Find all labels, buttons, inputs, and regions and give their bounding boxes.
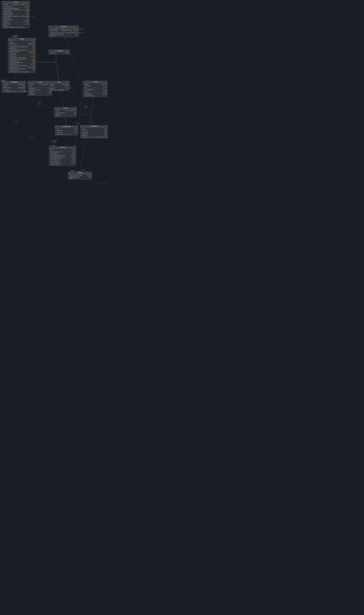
- definer-title: ⊙ Definer: [48, 26, 79, 28]
- label-create4: <create>: [29, 137, 34, 138]
- class-exprfactor: ⊙ ExprFactor + expr Expr + exponent int …: [55, 125, 78, 136]
- svg-line-3: [7, 77, 8, 81]
- class-poly: ⊙ Poly + monoMap HashMap<Mono, BigIntege…: [2, 1, 30, 28]
- funcfactor-title: ⊙ FuncFactor: [80, 125, 108, 127]
- poly-method-negate: + negate() Poly: [2, 22, 30, 23]
- exp-fields: + exponent BigInteger + factor Factor: [48, 84, 70, 87]
- parser-title-text: Parser: [61, 147, 65, 148]
- factor-methods: + toPoly() Poly: [49, 52, 69, 54]
- poly-method-hashCode: + hashCode() int: [2, 17, 30, 19]
- label-create5: <create>: [51, 145, 55, 146]
- funcfactor-title-text: FuncFactor: [91, 126, 99, 127]
- expr-inner-title-text: Expr: [65, 108, 68, 109]
- class-parser: ⊙ Parser + lexer Lexer + parseExprFactor…: [49, 146, 76, 166]
- watermark: CSDN @22311500 鑾: [98, 182, 108, 184]
- svg-line-29: [14, 77, 16, 81]
- label-terms: terms: [38, 102, 41, 104]
- label-create1: <create>: [1, 80, 5, 81]
- poly-fields: + monoMap HashMap<Mono, BigInteger>: [2, 3, 30, 6]
- label-create2: <create>: [1, 81, 5, 82]
- diagram-container: Poly monoMap <create> <create> terms lex…: [0, 0, 109, 184]
- main-methods: + preProcess(String) String + main(Strin…: [68, 174, 92, 180]
- factor-title: ① ▶ Factor: [49, 50, 69, 52]
- class-lexer: ⊙ Lexer + input String + curToken String…: [83, 81, 107, 97]
- parser-methods: + parseExprFactor() Factor + parseExpr()…: [49, 151, 76, 166]
- funcfactor-fields: + expr Expr + function String: [80, 127, 108, 131]
- exp-title: ⊙ Exp: [48, 81, 70, 84]
- exprfactor-methods: + toPoly() Poly + ExprFactor(Expr, int): [55, 132, 78, 135]
- poly-icon: ⊙: [13, 1, 14, 3]
- poly-method-getMonoMap: + getMonoMap() HashMap<Mono, BigInteger>: [2, 9, 30, 11]
- factor-title-text: Factor: [58, 50, 63, 52]
- svg-line-18: [65, 118, 66, 125]
- poly-method-setMonoMap: + setMonoMap(HashMap<Mono, BigInteger>) …: [2, 15, 30, 17]
- poly-method-constructor2: + Poly(HashMap<Mono, BigInteger>): [2, 27, 30, 28]
- mono-title-text: Mono: [21, 38, 24, 40]
- exprfactor-title: ⊙ ExprFactor: [55, 126, 78, 128]
- mono-field-poly: + poly Poly: [8, 41, 36, 42]
- expr-inner-title: ⊙ Expr: [54, 107, 77, 110]
- poly-method-addPoly: + addPoly(Poly) Poly: [2, 14, 30, 15]
- factor-method-toPoly: + toPoly() Poly: [49, 53, 69, 54]
- svg-text:Poly: Poly: [17, 35, 19, 37]
- exprfactor-fields: + expr Expr + exponent int: [55, 128, 78, 132]
- expr-inner-methods: + addTerm(Term) void + toPoly() Poly + E…: [54, 112, 77, 117]
- poly-methods: + equals(Object) boolean + expMulPoly(Bi…: [2, 6, 30, 28]
- term-title-text: Term: [39, 82, 42, 83]
- lexer-title-text: Lexer: [94, 81, 98, 83]
- label-create-ef: <create>: [52, 140, 56, 141]
- svg-text:<create>: <create>: [81, 170, 85, 171]
- mono-fields: + poly Poly + exponent BigInteger + coef…: [8, 40, 36, 46]
- definer-title-text: Definer: [61, 26, 67, 28]
- svg-text:terms: terms: [37, 105, 40, 106]
- lexer-methods: + getVariable() String + next() void + p…: [83, 88, 107, 97]
- mono-field-exponent: + exponent BigInteger: [8, 42, 36, 44]
- parser-title: ⊙ Parser: [49, 146, 76, 149]
- label-1-1: 1..1: [75, 122, 78, 123]
- class-factor: ① ▶ Factor + toPoly() Poly: [49, 50, 69, 55]
- poly-title-text: Poly: [15, 1, 18, 3]
- definer-method-constructor: + Definer(): [48, 35, 79, 37]
- label-create-ef2: <create>: [52, 142, 56, 143]
- main-title: ⊙ Main: [68, 172, 92, 174]
- class-exp: ⊙ Exp + exponent BigInteger + factor Fac…: [48, 81, 70, 91]
- parser-fields: + lexer Lexer: [49, 149, 76, 151]
- mono-methods: + coeEqNegOne(StringBuilder) void + getP…: [8, 46, 36, 73]
- label-create3: <create>: [14, 121, 18, 122]
- variable-title-text: Variable: [11, 82, 17, 83]
- label-monoMap: monoMap: [11, 36, 15, 37]
- poly-method-equals: + equals(Object) boolean: [2, 6, 30, 8]
- mono-title: ⊙ Mono: [8, 38, 36, 40]
- definer-fields: + parameterMap HashMap<String, ArrayList…: [48, 28, 79, 32]
- definer-field-functionMap: + functionMap HashMap<String, String>: [48, 30, 79, 31]
- poly-method-toString: + toString() String: [2, 23, 30, 25]
- class-mono: ⊙ Mono + poly Poly + exponent BigInteger…: [8, 38, 36, 73]
- exp-methods: + toPoly() Poly + Exp(Factor, BigInteger…: [48, 87, 70, 91]
- svg-line-10: [56, 62, 59, 81]
- main-title-text: Main: [79, 172, 82, 174]
- label-poly: Poly: [15, 34, 17, 36]
- variable-methods: + toPoly() Poly + Variable(BigInteger, S…: [2, 89, 26, 93]
- label-lexer-create: <create>: [83, 106, 88, 107]
- class-expr-inner: ⊙ Expr + terms ArrayList<Term> + addTerm…: [54, 107, 77, 117]
- poly-field-monoMap: + monoMap HashMap<Mono, BigInteger>: [2, 4, 30, 5]
- definer-method-callFunction: + callFunction(String, ArrayList<Factor>…: [48, 32, 79, 34]
- definer-method-addFunction: + addFunction(String) void: [48, 34, 79, 35]
- mono-field-coefficient: + coefficient BigInteger: [8, 44, 36, 45]
- exprfactor-title-text: ExprFactor: [63, 126, 71, 127]
- poly-method-addMono: + addMono(Mono) void: [2, 13, 30, 14]
- variable-fields: + exponent BigInteger + name String + co…: [2, 84, 26, 89]
- label-expr: expr: [77, 123, 79, 124]
- poly-method-powPoly: + powPoly(int) Poly: [2, 11, 30, 13]
- label-dot: ·: [38, 104, 39, 106]
- definer-methods: + callFunction(String, ArrayList<Factor>…: [48, 32, 79, 37]
- class-funcfactor: ⊙ FuncFactor + expr Expr + function Stri…: [80, 125, 108, 139]
- svg-text:lexer: lexer: [83, 114, 86, 115]
- label-create7: <create>: [77, 171, 81, 172]
- class-definer: ⊙ Definer + parameterMap HashMap<String,…: [48, 26, 79, 37]
- funcfactor-methods: + toPoly() Poly + setExpr() Expr + getEx…: [80, 131, 108, 138]
- poly-method-expMulPoly: + expMulPoly(BigInteger) Poly: [2, 8, 30, 9]
- expr-inner-fields: + terms ArrayList<Term>: [54, 110, 77, 112]
- lexer-title: ⊙ Lexer: [83, 81, 107, 83]
- poly-method-mulPoly: + mulPoly(Poly) Poly: [2, 19, 30, 20]
